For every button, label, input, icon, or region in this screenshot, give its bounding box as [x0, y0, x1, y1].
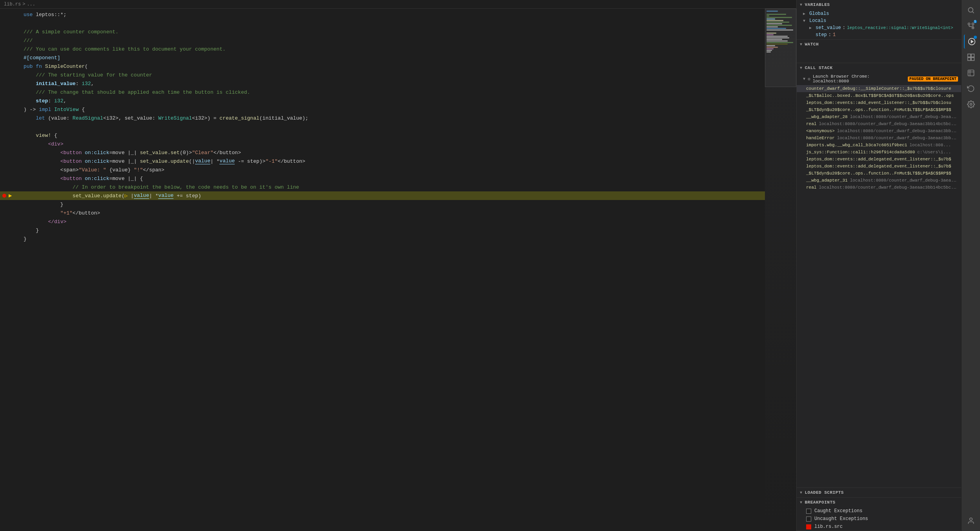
globals-item[interactable]: ▶ Globals [797, 10, 961, 17]
stack-frame[interactable]: leptos_dom::events::add_delegated_event_… [797, 163, 961, 170]
search-icon[interactable] [964, 3, 978, 17]
watch-section: ▼ WATCH [797, 40, 961, 63]
stack-frame[interactable]: imports.wbg.__wbg_call_b3ca7c6051f9bec1 … [797, 142, 961, 149]
code-line: 2 [0, 19, 765, 27]
svg-rect-6 [971, 54, 974, 57]
loaded-scripts-header[interactable]: ▼ LOADED SCRIPTS [797, 488, 961, 497]
code-line: 18 <button on:click=move |_| set_value.u… [0, 157, 765, 165]
stack-frame[interactable]: _$LT$alloc..boxed..Box$LT$$F$C$A$GT$$u20… [797, 92, 961, 99]
debug-panel: ▼ VARIABLES ▶ Globals ▼ Locals ▶ set_val… [796, 0, 961, 531]
settings-icon[interactable] [964, 97, 978, 111]
variables-title: VARIABLES [805, 2, 830, 7]
code-line: 24 "+1"</button> [0, 209, 765, 217]
code-line: 17 <button on:click=move |_| set_value.s… [0, 148, 765, 157]
code-line: 1 use leptos::*; [0, 10, 765, 19]
stack-frame[interactable]: counter_dwarf_debug::__SimpleCounter::_$… [797, 85, 961, 92]
breadcrumb-dots[interactable]: ... [27, 2, 35, 7]
stack-frame[interactable]: __wbg_adapter_31 localhost:8080/counter_… [797, 177, 961, 184]
code-line: 8 /// The starting value for the counter [0, 71, 765, 79]
breakpoint-librs[interactable]: lib.rs.src [797, 523, 961, 531]
code-line: 9 initial_value: i32, [0, 79, 765, 88]
user-avatar[interactable] [964, 514, 978, 528]
loaded-scripts-title: LOADED SCRIPTS [805, 490, 844, 495]
stack-frame[interactable]: real localhost:8080/counter_dwarf_debug-… [797, 184, 961, 191]
code-line: 10 /// The change that should be applied… [0, 88, 765, 96]
stack-frame[interactable]: <anonymous> localhost:8080/counter_dwarf… [797, 127, 961, 135]
breakpoints-header[interactable]: ▼ BREAKPOINTS [797, 498, 961, 507]
librs-label: lib.rs.src [814, 524, 843, 529]
loaded-scripts-section: ▼ LOADED SCRIPTS [797, 488, 961, 498]
breakpoints-title: BREAKPOINTS [805, 500, 836, 505]
code-line: 21 // In order to breakpoint the below, … [0, 183, 765, 191]
minimap [765, 9, 796, 531]
variables-header[interactable]: ▼ VARIABLES [797, 0, 961, 9]
stack-frame[interactable]: _$LT$dyn$u20$core..ops..function..FnMut$… [797, 106, 961, 113]
svg-rect-8 [971, 58, 974, 61]
minimap-viewport [765, 9, 796, 87]
callstack-header[interactable]: ▼ CALL STACK [797, 63, 961, 73]
svg-rect-5 [967, 54, 971, 57]
breakpoint-uncaught[interactable]: Uncaught Exceptions [797, 515, 961, 523]
stack-frame[interactable]: real localhost:8080/counter_dwarf_debug-… [797, 120, 961, 127]
code-line: 15 view! { [0, 131, 765, 140]
code-line: 20 <button on:click=move |_| { [0, 174, 765, 183]
var-set-value[interactable]: ▶ set_value : leptos_reactive::signal::W… [797, 24, 961, 31]
group-icon: ⚙ [808, 76, 810, 82]
debug-badge [974, 36, 977, 39]
watch-chevron: ▼ [800, 42, 803, 47]
code-line: 23 } [0, 200, 765, 209]
breakpoints-section: ▼ BREAKPOINTS Caught Exceptions Uncaught… [797, 498, 961, 531]
refresh-icon[interactable] [964, 82, 978, 96]
expand-icon-locals: ▼ [803, 19, 808, 23]
code-line: 19 <span>"Value: " {value} "!"</span> [0, 165, 765, 174]
breakpoint-caught[interactable]: Caught Exceptions [797, 507, 961, 515]
debug-arrow-icon: ▶ [9, 192, 12, 199]
stack-frame[interactable]: leptos_dom::events::add_event_listener::… [797, 99, 961, 106]
code-line: 26 } [0, 226, 765, 235]
breadcrumb: lib.rs > ... [0, 0, 796, 9]
stack-frame[interactable]: __wbg_adapter_28 localhost:8080/counter_… [797, 113, 961, 120]
code-line: 4 /// [0, 36, 765, 45]
breadcrumb-file[interactable]: lib.rs [4, 2, 21, 7]
source-control-icon[interactable]: 1 [964, 19, 978, 33]
callstack-chevron: ▼ [800, 66, 803, 70]
callstack-section: ▼ CALL STACK ▼ ⚙ Launch Browser Chrome: … [797, 63, 961, 488]
code-line: 6 #[component] [0, 53, 765, 62]
svg-rect-7 [967, 58, 971, 61]
loaded-scripts-chevron: ▼ [800, 491, 803, 495]
remote-icon[interactable] [964, 66, 978, 80]
code-line: 11 step: i32, [0, 96, 765, 105]
code-line: 16 <div> [0, 140, 765, 148]
code-line: 3 /// A simple counter component. [0, 27, 765, 36]
var-step[interactable]: step : 1 [797, 31, 961, 38]
expand-icon-set-value: ▶ [809, 25, 814, 30]
watch-header[interactable]: ▼ WATCH [797, 40, 961, 49]
callstack-group[interactable]: ▼ ⚙ Launch Browser Chrome: localhost:808… [797, 73, 961, 85]
extensions-icon[interactable] [964, 50, 978, 64]
debug-run-icon[interactable] [964, 35, 978, 49]
breakpoints-chevron: ▼ [800, 500, 803, 505]
badge: 1 [974, 20, 977, 23]
stack-frame[interactable]: _$LT$dyn$u20$core..ops..function..FnMut$… [797, 170, 961, 177]
stack-frame[interactable]: js_sys::Function::call1::h296f914cda8a5d… [797, 149, 961, 156]
caught-checkbox[interactable] [806, 509, 811, 514]
variables-tree: ▶ Globals ▼ Locals ▶ set_value : leptos_… [797, 9, 961, 39]
stack-frame[interactable]: handleError localhost:8080/counter_dwarf… [797, 135, 961, 142]
group-chevron: ▼ [803, 77, 805, 81]
code-line: 14 [0, 122, 765, 131]
code-line: 27 } [0, 235, 765, 243]
locals-label: Locals [809, 18, 826, 24]
uncaught-checkbox[interactable] [806, 516, 811, 522]
variables-section: ▼ VARIABLES ▶ Globals ▼ Locals ▶ set_val… [797, 0, 961, 40]
callstack-title: CALL STACK [805, 65, 833, 70]
code-line: 13 let (value: ReadSignal<i32>, set_valu… [0, 114, 765, 122]
svg-point-4 [972, 23, 974, 25]
breadcrumb-sep: > [22, 2, 25, 7]
breakpoint-indicator [2, 194, 6, 198]
code-line: 12 ) -> impl IntoView { [0, 105, 765, 114]
locals-item[interactable]: ▼ Locals [797, 17, 961, 24]
librs-checkbox[interactable] [806, 524, 811, 529]
stack-frame[interactable]: leptos_dom::events::add_delegated_event_… [797, 156, 961, 163]
globals-label: Globals [809, 11, 829, 16]
code-line: 25 </div> [0, 217, 765, 226]
